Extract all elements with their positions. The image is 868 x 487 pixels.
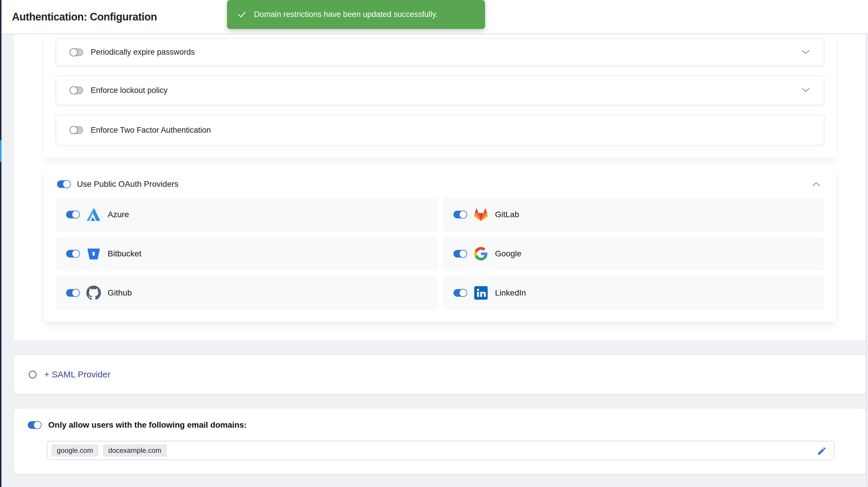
- provider-name: Google: [495, 249, 521, 258]
- github-icon: [86, 285, 101, 300]
- setting-row-two-factor[interactable]: Enforce Two Factor Authentication: [56, 115, 825, 145]
- toggle-knob: [63, 180, 71, 188]
- setting-row-lockout-policy[interactable]: Enforce lockout policy: [56, 75, 825, 105]
- sidebar-edge: [0, 0, 1, 487]
- saml-provider-card: + SAML Provider: [14, 355, 866, 394]
- provider-row-google[interactable]: Google: [443, 237, 825, 271]
- oauth-header: Use Public OAuth Providers: [44, 168, 836, 189]
- bitbucket-icon: [86, 246, 101, 261]
- toggle-knob: [459, 289, 467, 297]
- bitbucket-toggle[interactable]: [66, 250, 80, 258]
- success-toast[interactable]: Domain restrictions have been updated su…: [227, 0, 485, 29]
- pencil-icon[interactable]: [816, 446, 827, 457]
- provider-name: Bitbucket: [108, 249, 141, 258]
- lockout-policy-toggle[interactable]: [70, 87, 83, 94]
- toggle-knob: [72, 210, 80, 219]
- domain-tags-input[interactable]: google.com docexample.com: [47, 441, 834, 460]
- chevron-down-icon[interactable]: [801, 88, 810, 93]
- domain-tag[interactable]: google.com: [52, 444, 98, 457]
- provider-name: Github: [108, 288, 132, 298]
- oauth-providers-card: Use Public OAuth Providers Azure: [44, 168, 836, 322]
- email-domains-header: Only allow users with the following emai…: [14, 409, 866, 430]
- toggle-knob: [72, 250, 80, 258]
- toggle-knob: [70, 126, 78, 134]
- github-toggle[interactable]: [66, 289, 80, 297]
- toggle-knob: [70, 86, 78, 94]
- setting-label: Enforce Two Factor Authentication: [91, 126, 211, 135]
- authentication-configuration-page: Authentication: Configuration Domain res…: [0, 0, 868, 487]
- toggle-knob: [459, 210, 467, 219]
- oauth-toggle[interactable]: [57, 181, 70, 188]
- provider-name: LinkedIn: [495, 288, 526, 298]
- sidebar-active-indicator: [0, 140, 1, 162]
- gitlab-toggle[interactable]: [454, 211, 467, 218]
- toggle-knob: [72, 289, 80, 297]
- gitlab-icon: [473, 207, 489, 222]
- setting-label: Periodically expire passwords: [91, 47, 195, 57]
- provider-row-github[interactable]: Github: [56, 276, 438, 310]
- provider-name: Azure: [108, 210, 129, 219]
- linkedin-icon: [473, 285, 489, 300]
- add-saml-provider-link[interactable]: + SAML Provider: [44, 369, 110, 380]
- setting-label: Enforce lockout policy: [91, 86, 167, 95]
- provider-row-gitlab[interactable]: GitLab: [443, 198, 825, 231]
- page-title: Authentication: Configuration: [12, 11, 157, 23]
- toast-message: Domain restrictions have been updated su…: [254, 10, 438, 19]
- provider-row-linkedin[interactable]: LinkedIn: [443, 276, 825, 310]
- email-domains-label: Only allow users with the following emai…: [48, 420, 247, 430]
- toggle-knob: [459, 250, 467, 258]
- expire-passwords-toggle[interactable]: [70, 48, 83, 56]
- email-domains-toggle[interactable]: [28, 421, 41, 429]
- content-right-border: [866, 34, 867, 487]
- email-domains-card: Only allow users with the following emai…: [14, 409, 866, 474]
- provider-row-azure[interactable]: Azure: [56, 198, 438, 231]
- azure-toggle[interactable]: [66, 211, 80, 218]
- provider-name: GitLab: [495, 210, 519, 219]
- check-icon: [237, 10, 247, 20]
- google-icon: [473, 246, 489, 261]
- saml-radio[interactable]: [29, 371, 37, 379]
- domain-tag[interactable]: docexample.com: [103, 444, 166, 457]
- chevron-up-icon[interactable]: [811, 181, 823, 187]
- provider-grid: Azure GitLab: [56, 198, 836, 310]
- toggle-knob: [33, 421, 41, 429]
- provider-row-bitbucket[interactable]: Bitbucket: [56, 237, 438, 271]
- chevron-down-icon[interactable]: [801, 50, 810, 55]
- linkedin-toggle[interactable]: [454, 289, 467, 297]
- oauth-label: Use Public OAuth Providers: [77, 180, 179, 189]
- google-toggle[interactable]: [454, 250, 467, 258]
- setting-row-expire-passwords[interactable]: Periodically expire passwords: [56, 38, 825, 66]
- toggle-knob: [70, 48, 78, 57]
- two-factor-toggle[interactable]: [70, 126, 83, 134]
- azure-icon: [86, 207, 101, 222]
